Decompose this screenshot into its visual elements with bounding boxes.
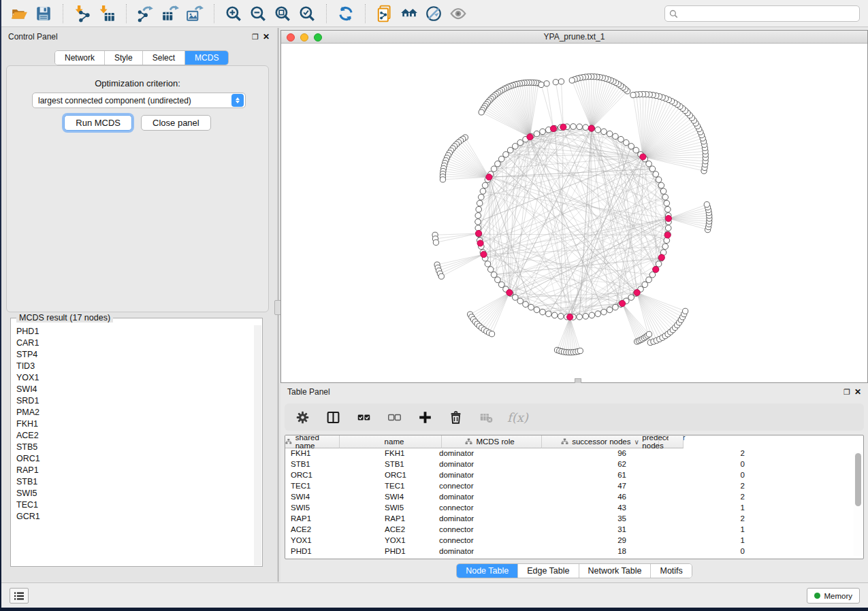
column-header[interactable]	[669, 435, 684, 448]
criterion-select[interactable]: largest connected component (undirected)	[32, 93, 246, 108]
graph-leaf-node[interactable]	[489, 331, 494, 337]
cell-mcds-role[interactable]: dominator	[434, 546, 536, 557]
mcds-result-item[interactable]: FKH1	[12, 418, 254, 429]
table-row[interactable]: RAP1 RAP1 dominator 35 2	[285, 514, 863, 525]
graph-edge[interactable]	[622, 303, 637, 342]
graph-leaf-node[interactable]	[630, 93, 636, 98]
import-network-icon[interactable]	[70, 3, 95, 24]
graph-edge[interactable]	[592, 89, 626, 128]
cell-mcds-role[interactable]: dominator	[434, 492, 536, 503]
graph-dominator-node[interactable]	[620, 300, 626, 306]
graph-node[interactable]	[649, 271, 656, 278]
graph-edge[interactable]	[637, 293, 686, 311]
graph-dominator-node[interactable]	[664, 232, 671, 238]
close-panel-button[interactable]: Close panel	[141, 115, 211, 131]
graph-node[interactable]	[495, 277, 501, 283]
table-type-tab[interactable]: Network Table	[579, 564, 652, 578]
graph-edge[interactable]	[479, 130, 549, 210]
graph-edge[interactable]	[456, 144, 489, 177]
graphics-details-icon[interactable]	[421, 3, 446, 24]
table-type-tab[interactable]: Motifs	[651, 564, 691, 578]
graph-node[interactable]	[583, 314, 589, 320]
graph-edge[interactable]	[643, 126, 697, 156]
graph-node[interactable]	[583, 125, 589, 131]
export-image-icon[interactable]	[182, 3, 207, 24]
graph-node[interactable]	[487, 267, 494, 273]
graph-node[interactable]	[646, 277, 652, 283]
graph-node[interactable]	[656, 177, 662, 183]
graph-node[interactable]	[662, 244, 669, 250]
cell-shared-name[interactable]: SWI4	[285, 492, 379, 503]
cell-shared-name[interactable]: ORC1	[285, 470, 379, 481]
mcds-result-item[interactable]: ORC1	[12, 452, 254, 464]
graph-edge[interactable]	[440, 254, 483, 274]
graph-node[interactable]	[491, 166, 497, 172]
cell-predecessor-nodes[interactable]: 0	[636, 459, 753, 470]
table-row[interactable]: TEC1 TEC1 connector 47 2	[285, 481, 863, 492]
graph-edge[interactable]	[453, 148, 489, 177]
zoom-out-icon[interactable]	[246, 3, 270, 24]
graph-node[interactable]	[607, 307, 613, 313]
graph-dominator-node[interactable]	[588, 125, 594, 131]
table-scrollbar-thumb[interactable]	[855, 453, 861, 506]
graph-node[interactable]	[517, 139, 524, 146]
cell-predecessor-nodes[interactable]: 2	[636, 492, 753, 503]
cell-successor-nodes[interactable]: 61	[536, 470, 636, 481]
graph-node[interactable]	[503, 152, 509, 158]
cell-successor-nodes[interactable]: 18	[536, 546, 636, 557]
cell-shared-name[interactable]: PHD1	[285, 546, 379, 557]
graph-node[interactable]	[482, 182, 488, 188]
cell-name[interactable]: ORC1	[379, 470, 434, 481]
graph-edge[interactable]	[637, 293, 677, 325]
mcds-result-item[interactable]: GCR1	[12, 510, 254, 522]
graph-edge[interactable]	[439, 254, 484, 271]
cell-predecessor-nodes[interactable]: 0	[636, 546, 753, 557]
mcds-result-item[interactable]: ACE2	[12, 429, 254, 441]
graph-node[interactable]	[477, 200, 483, 206]
graph-leaf-node[interactable]	[544, 81, 549, 86]
table-row[interactable]: STB1 STB1 dominator 62 0	[285, 459, 863, 470]
graph-node[interactable]	[618, 136, 624, 142]
cell-name[interactable]: RAP1	[379, 514, 434, 525]
graph-edge[interactable]	[547, 84, 553, 129]
graph-leaf-node[interactable]	[440, 177, 445, 182]
graph-dominator-node[interactable]	[475, 230, 481, 236]
graph-node[interactable]	[517, 298, 524, 304]
graph-node[interactable]	[595, 127, 601, 133]
graph-node[interactable]	[665, 225, 671, 231]
graph-edge[interactable]	[441, 254, 483, 276]
cell-predecessor-nodes[interactable]: 0	[636, 470, 753, 481]
birds-eye-view-icon[interactable]	[446, 3, 470, 24]
table-row[interactable]: ORC1 ORC1 dominator 61 0	[285, 470, 863, 481]
mcds-result-item[interactable]: SWI5	[12, 487, 254, 499]
graph-edge[interactable]	[489, 177, 579, 316]
graph-node[interactable]	[649, 166, 656, 172]
graph-node[interactable]	[613, 304, 619, 310]
graph-edge[interactable]	[562, 317, 570, 352]
graph-edge[interactable]	[470, 293, 510, 314]
graph-node[interactable]	[475, 219, 481, 225]
cell-name[interactable]: SWI5	[379, 503, 434, 514]
control-panel-tab[interactable]: Network	[55, 51, 105, 65]
graph-leaf-node[interactable]	[704, 201, 709, 207]
graph-node[interactable]	[628, 295, 634, 301]
graph-node[interactable]	[476, 206, 482, 212]
graph-dominator-node[interactable]	[653, 266, 659, 272]
close-panel-icon[interactable]: ✕	[854, 388, 861, 396]
graph-dominator-node[interactable]	[634, 289, 640, 295]
network-from-file-icon[interactable]	[372, 3, 397, 24]
network-canvas[interactable]	[281, 44, 867, 382]
graph-leaf-node[interactable]	[683, 308, 688, 314]
graph-leaf-node[interactable]	[553, 80, 558, 85]
graph-node[interactable]	[642, 282, 648, 288]
graph-dominator-node[interactable]	[486, 174, 492, 180]
cell-mcds-role[interactable]: connector	[434, 525, 536, 535]
cell-name[interactable]: YOX1	[379, 535, 434, 546]
graph-node[interactable]	[589, 312, 595, 318]
run-mcds-button[interactable]: Run MCDS	[64, 115, 132, 131]
mcds-result-item[interactable]: STB1	[12, 476, 254, 487]
cell-shared-name[interactable]: TEC1	[285, 481, 379, 492]
graph-edge[interactable]	[438, 254, 483, 268]
cell-predecessor-nodes[interactable]: 2	[636, 481, 753, 492]
float-panel-icon[interactable]: ❐	[252, 33, 259, 41]
